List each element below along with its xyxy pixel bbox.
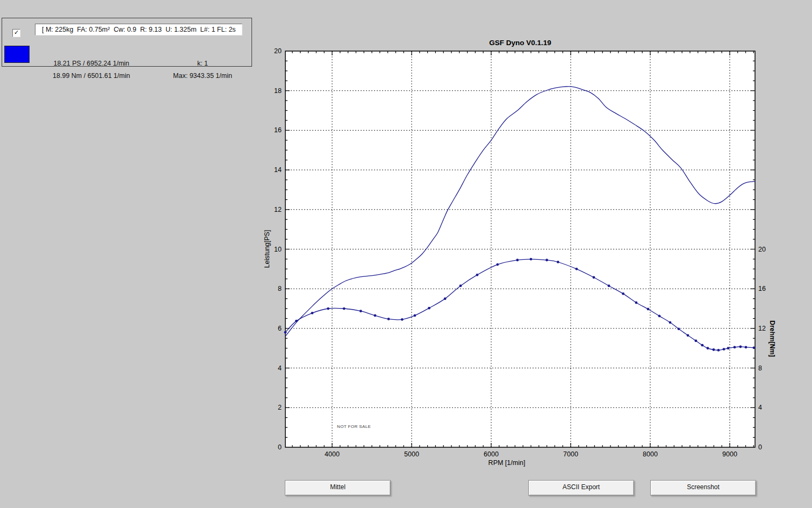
svg-text:10: 10 bbox=[274, 246, 282, 253]
torque-data-point bbox=[295, 320, 298, 323]
torque-data-point bbox=[284, 331, 287, 334]
svg-text:0: 0 bbox=[758, 443, 762, 451]
left-axis-label: Leistung[PS] bbox=[263, 230, 271, 268]
torque-data-point bbox=[717, 349, 720, 352]
curve-visibility-checkbox[interactable]: ✓ bbox=[12, 29, 20, 37]
params-field[interactable] bbox=[35, 24, 242, 35]
torque-data-point bbox=[694, 340, 697, 342]
torque-data-point bbox=[723, 348, 725, 350]
svg-text:12: 12 bbox=[274, 206, 282, 213]
k-factor-label: k: 1 bbox=[165, 60, 240, 67]
torque-data-point bbox=[701, 344, 703, 347]
svg-text:8: 8 bbox=[758, 364, 762, 372]
svg-text:20: 20 bbox=[274, 47, 282, 55]
torque-data-point bbox=[343, 307, 346, 310]
svg-text:8000: 8000 bbox=[643, 450, 658, 458]
torque-data-point bbox=[496, 263, 499, 266]
svg-text:6: 6 bbox=[278, 325, 282, 332]
torque-data-point bbox=[727, 347, 730, 349]
svg-text:18: 18 bbox=[274, 87, 282, 95]
svg-text:16: 16 bbox=[758, 285, 766, 292]
checkmark-icon: ✓ bbox=[14, 29, 19, 35]
torque-data-point bbox=[530, 258, 533, 261]
svg-text:6000: 6000 bbox=[484, 450, 499, 458]
curve-color-swatch[interactable] bbox=[4, 46, 30, 63]
watermark-label: NOT FOR SALE bbox=[337, 424, 371, 429]
svg-text:0: 0 bbox=[278, 443, 282, 451]
torque-data-point bbox=[476, 274, 479, 276]
torque-data-point bbox=[707, 347, 709, 349]
power-peak-label: 18.21 PS / 6952.24 1/min bbox=[35, 60, 148, 67]
torque-data-point bbox=[516, 259, 519, 261]
torque-data-point bbox=[678, 327, 680, 330]
screenshot-button[interactable]: Screenshot bbox=[650, 480, 756, 496]
svg-text:2: 2 bbox=[278, 404, 282, 411]
torque-data-point bbox=[311, 312, 314, 314]
torque-data-point bbox=[622, 292, 624, 295]
svg-text:4000: 4000 bbox=[325, 450, 340, 458]
torque-data-point bbox=[635, 302, 638, 304]
svg-text:4: 4 bbox=[278, 364, 282, 372]
torque-data-point bbox=[739, 346, 742, 348]
torque-data-point bbox=[428, 307, 430, 310]
torque-data-point bbox=[545, 259, 548, 261]
svg-text:16: 16 bbox=[274, 126, 282, 134]
svg-text:4: 4 bbox=[758, 404, 762, 411]
chart-title: GSF Dyno V0.1.19 bbox=[489, 39, 551, 47]
svg-text:5000: 5000 bbox=[404, 450, 419, 458]
mittel-button[interactable]: Mittel bbox=[285, 480, 391, 496]
torque-data-point bbox=[360, 310, 362, 312]
app-window: 4000500060007000800090000246810121416182… bbox=[0, 0, 812, 508]
torque-data-point bbox=[647, 308, 650, 311]
svg-text:14: 14 bbox=[274, 166, 282, 174]
torque-data-point bbox=[374, 314, 377, 317]
torque-data-point bbox=[608, 284, 610, 287]
torque-data-point bbox=[745, 346, 748, 349]
torque-data-point bbox=[753, 346, 756, 349]
ascii-export-button[interactable]: ASCII Export bbox=[528, 480, 634, 496]
x-axis-label: RPM [1/min] bbox=[488, 459, 526, 467]
svg-text:12: 12 bbox=[758, 325, 766, 332]
svg-text:8: 8 bbox=[278, 285, 282, 292]
max-rpm-label: Max: 9343.35 1/min bbox=[165, 72, 240, 80]
torque-data-point bbox=[712, 348, 715, 351]
torque-data-point bbox=[327, 307, 329, 310]
torque-data-point bbox=[687, 334, 689, 337]
torque-data-point bbox=[401, 318, 404, 321]
right-axis-label: Drehm[Nm] bbox=[768, 320, 776, 357]
svg-text:20: 20 bbox=[758, 246, 766, 253]
svg-text:7000: 7000 bbox=[563, 450, 578, 458]
torque-data-point bbox=[658, 314, 661, 317]
torque-data-point bbox=[576, 268, 578, 270]
torque-data-point bbox=[459, 284, 462, 287]
torque-data-point bbox=[444, 297, 447, 300]
torque-peak-label: 18.99 Nm / 6501.61 1/min bbox=[35, 72, 148, 80]
torque-data-point bbox=[557, 261, 559, 263]
torque-data-point bbox=[414, 314, 416, 317]
svg-text:9000: 9000 bbox=[722, 450, 737, 458]
torque-data-point bbox=[734, 346, 736, 349]
torque-data-point bbox=[669, 321, 672, 324]
torque-data-point bbox=[592, 276, 595, 279]
settings-panel: ✓ 18.21 PS / 6952.24 1/min k: 1 18.99 Nm… bbox=[2, 18, 252, 67]
torque-data-point bbox=[387, 318, 390, 320]
